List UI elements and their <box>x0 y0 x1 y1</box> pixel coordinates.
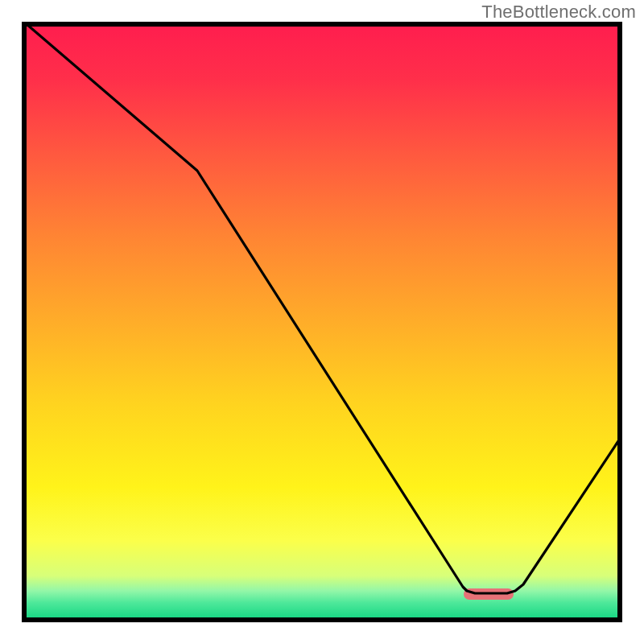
watermark-text: TheBottleneck.com <box>481 2 636 23</box>
gradient-background <box>27 27 617 617</box>
bottleneck-chart <box>0 0 644 644</box>
chart-stage: TheBottleneck.com <box>0 0 644 644</box>
